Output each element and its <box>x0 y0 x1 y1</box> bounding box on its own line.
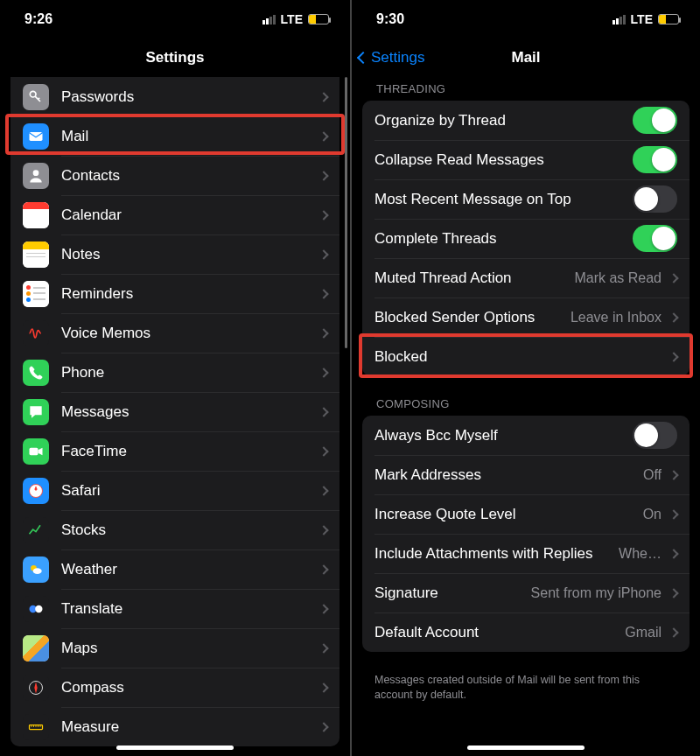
settings-row-weather[interactable]: Weather <box>10 550 340 589</box>
chevron-right-icon <box>318 368 328 377</box>
row-label: Stocks <box>61 522 312 539</box>
settings-row-safari[interactable]: Safari <box>10 471 340 510</box>
signal-icon <box>262 15 276 24</box>
row-label: Weather <box>61 561 312 578</box>
status-bar: 9:26 LTE <box>0 0 350 38</box>
row-label: Complete Threads <box>374 230 633 248</box>
settings-row-notes[interactable]: Notes <box>10 234 340 274</box>
settings-row-facetime[interactable]: FaceTime <box>10 431 340 471</box>
settings-row-translate[interactable]: Translate <box>10 589 340 628</box>
status-right: LTE <box>612 12 679 26</box>
row-mark-addresses[interactable]: Mark AddressesOff <box>362 455 690 494</box>
row-label: Blocked Sender Options <box>374 309 570 326</box>
settings-row-stocks[interactable]: Stocks <box>10 510 340 550</box>
settings-row-reminders[interactable]: Reminders <box>10 274 340 313</box>
row-label: Reminders <box>61 285 312 303</box>
row-label: Organize by Thread <box>374 112 633 130</box>
mail-settings-list[interactable]: THREADING Organize by ThreadCollapse Rea… <box>352 77 700 756</box>
settings-screen: 9:26 LTE Settings PasswordsMailContactsC… <box>0 0 350 756</box>
row-label: Most Recent Message on Top <box>374 191 633 208</box>
compass2-icon <box>23 675 49 701</box>
chevron-right-icon <box>318 131 328 141</box>
toggle-always-bcc-myself[interactable] <box>633 422 677 449</box>
svg-point-2 <box>33 170 39 176</box>
chevron-right-icon <box>318 249 328 259</box>
row-label: Translate <box>61 600 312 618</box>
row-default-account[interactable]: Default AccountGmail <box>362 612 690 652</box>
svg-rect-3 <box>30 447 38 454</box>
row-label: Notes <box>61 246 312 263</box>
row-label: Messages <box>61 403 312 421</box>
row-muted-thread-action[interactable]: Muted Thread ActionMark as Read <box>362 258 690 298</box>
back-button[interactable]: Settings <box>359 38 424 77</box>
row-always-bcc-myself[interactable]: Always Bcc Myself <box>362 416 690 455</box>
chevron-right-icon <box>318 407 328 416</box>
settings-row-voice-memos[interactable]: Voice Memos <box>10 313 340 353</box>
row-value: On <box>643 507 662 522</box>
row-collapse-read-messages[interactable]: Collapse Read Messages <box>362 140 690 179</box>
row-label: Increase Quote Level <box>374 506 643 523</box>
row-complete-threads[interactable]: Complete Threads <box>362 219 690 258</box>
row-label: Always Bcc Myself <box>374 427 633 444</box>
toggle-most-recent-message-on-top[interactable] <box>633 186 677 213</box>
carrier-label: LTE <box>281 12 303 26</box>
chevron-right-icon <box>668 509 678 519</box>
row-label: Signature <box>374 584 531 602</box>
row-organize-by-thread[interactable]: Organize by Thread <box>362 101 690 140</box>
settings-row-mail[interactable]: Mail <box>10 116 340 156</box>
settings-row-phone[interactable]: Phone <box>10 353 340 392</box>
row-label: Blocked <box>374 348 662 366</box>
svg-rect-1 <box>30 132 43 141</box>
row-label: Default Account <box>374 624 625 641</box>
key-icon <box>23 84 49 110</box>
row-label: Collapse Read Messages <box>374 151 633 169</box>
row-value: Off <box>643 467 662 483</box>
chevron-right-icon <box>318 446 328 456</box>
settings-row-measure[interactable]: Measure <box>10 707 340 746</box>
row-blocked-sender-options[interactable]: Blocked Sender OptionsLeave in Inbox <box>362 298 690 337</box>
row-label: Contacts <box>61 167 312 185</box>
row-blocked[interactable]: Blocked <box>362 337 690 376</box>
chevron-right-icon <box>318 564 328 574</box>
settings-row-compass[interactable]: Compass <box>10 668 340 707</box>
chevron-right-icon <box>668 627 678 637</box>
svg-point-9 <box>35 605 42 612</box>
settings-row-calendar[interactable]: Calendar <box>10 195 340 234</box>
row-increase-quote-level[interactable]: Increase Quote LevelOn <box>362 494 690 534</box>
settings-row-messages[interactable]: Messages <box>10 392 340 431</box>
toggle-collapse-read-messages[interactable] <box>633 146 677 173</box>
settings-list[interactable]: PasswordsMailContactsCalendarNotesRemind… <box>0 77 350 756</box>
row-most-recent-message-on-top[interactable]: Most Recent Message on Top <box>362 179 690 219</box>
settings-row-maps[interactable]: Maps <box>10 628 340 668</box>
chevron-right-icon <box>668 549 678 558</box>
toggle-complete-threads[interactable] <box>633 225 677 252</box>
section-header-threading: THREADING <box>352 77 700 101</box>
row-signature[interactable]: SignatureSent from my iPhone <box>362 573 690 612</box>
back-label: Settings <box>371 49 424 66</box>
row-label: Muted Thread Action <box>374 270 574 287</box>
toggle-organize-by-thread[interactable] <box>633 107 677 134</box>
settings-row-contacts[interactable]: Contacts <box>10 156 340 195</box>
chevron-right-icon <box>668 352 678 361</box>
carrier-label: LTE <box>631 12 653 26</box>
row-label: Safari <box>61 482 312 500</box>
video-icon <box>23 438 49 465</box>
chevron-right-icon <box>318 210 328 220</box>
battery-icon <box>658 14 679 24</box>
reminders-icon <box>23 281 49 307</box>
row-include-attachments-with-replies[interactable]: Include Attachments with RepliesWhe… <box>362 534 690 573</box>
row-label: Mail <box>61 128 312 145</box>
row-label: FaceTime <box>61 443 312 460</box>
settings-row-passwords[interactable]: Passwords <box>10 77 340 116</box>
svg-point-7 <box>33 568 42 574</box>
row-label: Mark Addresses <box>374 466 643 484</box>
chevron-right-icon <box>318 328 328 338</box>
mail-settings-screen: 9:30 LTE Settings Mail THREADING Organiz… <box>350 0 700 756</box>
row-label: Phone <box>61 364 312 382</box>
chevron-right-icon <box>318 643 328 653</box>
row-value: Gmail <box>625 625 662 640</box>
row-label: Calendar <box>61 206 312 224</box>
row-value: Sent from my iPhone <box>531 585 662 601</box>
person-icon <box>23 163 49 189</box>
row-label: Voice Memos <box>61 325 312 342</box>
